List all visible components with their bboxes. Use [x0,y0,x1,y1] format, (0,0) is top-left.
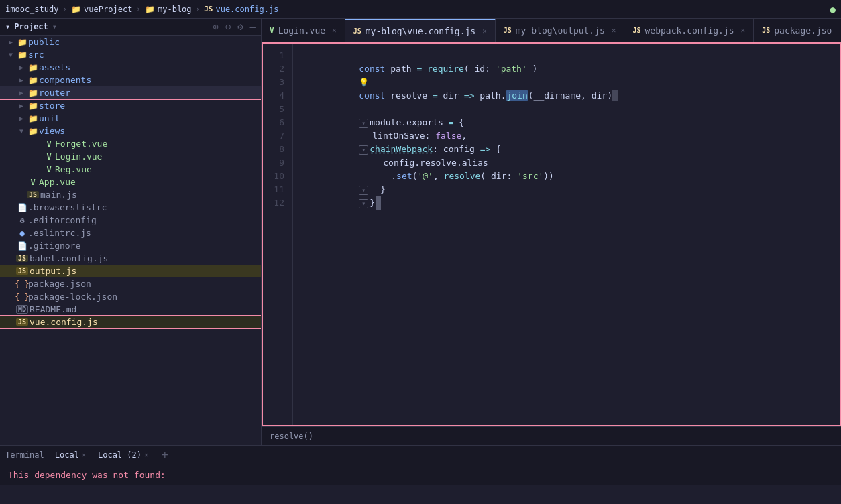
js-icon-tab-webpack: JS [632,27,640,34]
file-tree: ▶ 📁 public ▼ 📁 src ▶ 📁 assets ▶ 📁 compon… [0,36,261,328]
sidebar-item-components[interactable]: ▶ 📁 components [0,74,261,86]
collapse-icon[interactable]: ⊖ [225,21,231,32]
vue-icon-app: V [27,178,39,187]
editor-tabs: V Login.vue ✕ JS my-blog\vue.config.js ✕… [262,19,841,42]
breadcrumb-myblog[interactable]: 📁 my-blog [145,5,192,14]
breadcrumb-vueproject[interactable]: 📁 vueProject [71,5,132,14]
sidebar-label-public: public [28,37,60,47]
sidebar-item-public[interactable]: ▶ 📁 public [0,36,261,48]
breadcrumb-sep-3: › [196,5,201,13]
terminal-tab-local2[interactable]: Local (2) ✕ [93,449,154,461]
js-icon-babel: JS [16,255,28,262]
terminal-output: This dependency was not found: [0,464,841,485]
sidebar-item-gitignore[interactable]: 📄 .gitignore [0,239,261,252]
sidebar-label-editorconfig: .editorconfig [28,215,97,225]
editor-area: V Login.vue ✕ JS my-blog\vue.config.js ✕… [262,19,841,445]
folder-icon-views: 📁 [27,127,39,136]
minimize-icon[interactable]: — [250,21,256,32]
fold-icon-5[interactable]: ▾ [359,119,368,128]
sidebar-item-login-vue[interactable]: V Login.vue [0,150,261,163]
line-num-12: 12 [263,196,292,210]
vue-icon-tab: V [270,26,274,35]
json-icon-pkg: { } [16,279,28,289]
sidebar-item-package-json[interactable]: { } package.json [0,277,261,290]
tab-close-webpack[interactable]: ✕ [741,26,746,35]
sidebar-item-unit[interactable]: ▶ 📁 unit [0,112,261,125]
sidebar-item-package-lock[interactable]: { } package-lock.json [0,290,261,303]
sidebar-label-views: views [39,126,65,136]
js-icon-tab-config: JS [353,27,361,35]
folder-icon-components: 📁 [27,76,39,85]
status-resolve: resolve() [270,432,313,441]
line-num-9: 9 [263,156,292,170]
line-num-4: 4 [263,89,292,103]
config-icon-editor: ⚙ [16,216,28,225]
breadcrumb-sep-1: › [62,5,67,13]
folder-icon-assets: 📁 [27,63,39,72]
tab-close-output[interactable]: ✕ [612,26,616,35]
fold-icon-10[interactable]: ▾ [359,186,368,195]
breadcrumb-imooc[interactable]: imooc_study [5,5,58,14]
sidebar-item-assets[interactable]: ▶ 📁 assets [0,61,261,74]
tab-webpack[interactable]: JS webpack.config.js ✕ [624,19,754,42]
folder-icon: 📁 [71,5,81,14]
sidebar-item-browserslistrc[interactable]: 📄 .browserslistrc [0,201,261,214]
globe-icon[interactable]: ⊕ [213,21,218,32]
sidebar-item-src[interactable]: ▼ 📁 src [0,48,261,61]
folder-icon-router: 📁 [27,88,39,98]
sidebar-item-forget-vue[interactable]: V Forget.vue [0,137,261,150]
line-num-7: 7 [263,129,292,143]
sidebar-item-router[interactable]: ▶ 📁 router [0,86,261,99]
terminal-tab-local2-label: Local (2) [98,450,142,460]
sidebar: ▾ Project ▾ ⊕ ⊖ ⚙ — ▶ 📁 public ▼ 📁 [0,19,262,445]
tab-login-vue[interactable]: V Login.vue ✕ [262,19,345,42]
sidebar-label-main-js: main.js [40,190,77,200]
sidebar-item-eslintrc[interactable]: ● .eslintrc.js [0,227,261,239]
tab-close-login[interactable]: ✕ [332,26,337,35]
sidebar-label-babel: babel.config.js [30,253,108,263]
sidebar-item-readme[interactable]: MD README.md [0,303,261,316]
terminal-tab-local[interactable]: Local ✕ [50,449,91,461]
code-content[interactable]: const path = require( id: 'path' ) 💡 con… [293,44,840,425]
js-file-icon: JS [204,5,213,13]
fold-icon-7[interactable]: ▾ [359,145,368,155]
terminal-tab-local-close[interactable]: ✕ [82,451,86,458]
sidebar-item-reg-vue[interactable]: V Reg.vue [0,163,261,176]
sidebar-item-output-js[interactable]: JS output.js [0,265,261,277]
terminal-output-text: This dependency was not found: [8,470,166,480]
sidebar-label-src: src [28,50,44,60]
dropdown-icon: ▾ [52,22,57,32]
breadcrumb-label: imooc_study [5,5,58,14]
expand-arrow-components: ▶ [16,76,27,84]
tab-label-webpack: webpack.config.js [645,25,734,36]
folder-icon-public: 📁 [16,38,28,47]
vue-icon-reg: V [43,165,55,174]
tab-vue-config[interactable]: JS my-blog\vue.config.js ✕ [345,19,496,42]
folder-icon-2: 📁 [145,5,155,14]
sidebar-toolbar: ⊕ ⊖ ⚙ — [213,21,256,32]
terminal-tab-local2-close[interactable]: ✕ [144,451,148,458]
settings-icon[interactable]: ⚙ [237,21,243,32]
tab-output-js[interactable]: JS my-blog\output.js ✕ [496,19,625,42]
tab-package-json[interactable]: JS package.jso [754,19,840,42]
sidebar-item-babel[interactable]: JS babel.config.js [0,252,261,265]
js-icon-tab-output: JS [504,27,512,34]
breadcrumb-vueconfig[interactable]: JS vue.config.js [204,5,278,14]
sidebar-item-store[interactable]: ▶ 📁 store [0,99,261,112]
sidebar-label-app-vue: App.vue [39,177,76,187]
sidebar-label-login-vue: Login.vue [55,151,102,162]
sidebar-item-vue-config[interactable]: JS vue.config.js [0,316,261,328]
line-num-11: 11 [263,183,292,196]
sidebar-item-app-vue[interactable]: V App.vue [0,176,261,188]
folder-icon-unit: 📁 [27,114,39,123]
terminal-add-button[interactable]: + [159,448,171,461]
sidebar-item-main-js[interactable]: JS main.js [0,188,261,201]
sidebar-label-components: components [39,75,91,85]
tab-close-vueconfig[interactable]: ✕ [482,27,487,36]
sidebar-item-views[interactable]: ▼ 📁 views [0,125,261,137]
vue-icon-login: V [43,152,55,162]
fold-icon-11[interactable]: ▾ [359,199,368,208]
js-icon-tab-pkg: JS [762,27,770,34]
line-numbers: 1 2 3 4 5 6 7 8 9 10 11 12 [263,44,293,425]
sidebar-item-editorconfig[interactable]: ⚙ .editorconfig [0,214,261,227]
